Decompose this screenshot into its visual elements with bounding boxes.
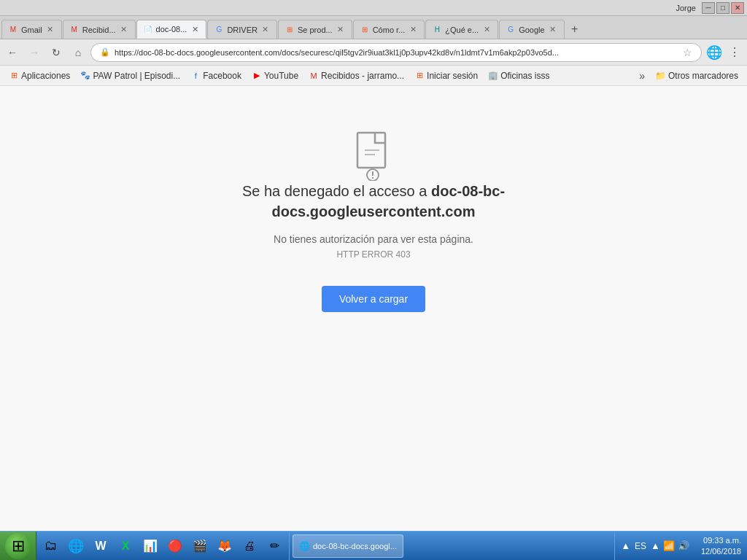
bookmark-aplicaciones[interactable]: ⊞ Aplicaciones [4,69,74,82]
tab-driver[interactable]: G DRIVER ✕ [207,20,277,39]
print-button[interactable]: 🖨 [238,534,261,558]
navigation-bar: ← → ↻ ⌂ 🔒 https://doc-08-bc-docs.googleu… [0,39,747,66]
content-area: Se ha denegado el acceso a doc-08-bc-doc… [0,86,747,531]
tab-como[interactable]: ⊞ Cómo r... ✕ [353,20,425,39]
taskbar-active-item[interactable]: 🌐 doc-08-bc-docs.googl... [293,534,403,558]
new-tab-button[interactable]: + [565,20,585,39]
taskbar: ⊞ 🗂 🌐 W X 📊 🔴 🎬 🦊 🖨 ✏ 🌐 doc-08-bc-docs.g… [0,531,747,560]
show-desktop-button[interactable]: 🗂 [39,534,63,558]
bookmark-favicon: M [309,71,319,81]
minimize-button[interactable]: ─ [702,2,715,14]
forward-button[interactable]: → [25,43,44,62]
maximize-button[interactable]: □ [716,2,729,14]
bookmark-youtube[interactable]: ▶ YouTube [247,69,303,82]
username-label: Jorge [676,4,696,12]
sketchup-button[interactable]: ✏ [263,534,286,558]
tab-label: DRIVER [227,26,258,34]
tab-google[interactable]: G Google ✕ [499,20,564,39]
bookmark-favicon: ▶ [252,71,262,81]
bookmark-favicon: ⊞ [9,71,19,81]
tab-recibidos[interactable]: M Recibid... ✕ [63,20,136,39]
menu-button[interactable]: ⋮ [725,43,744,62]
error-title: Se ha denegado el acceso a doc-08-bc-doc… [191,181,556,222]
error-code: HTTP ERROR 403 [336,249,410,260]
address-bar[interactable]: 🔒 https://doc-08-bc-docs.googleuserconte… [90,43,702,62]
tab-close-button[interactable]: ✕ [119,25,129,35]
bookmark-favicon: 🏢 [488,71,498,81]
tab-close-button[interactable]: ✕ [548,25,558,35]
tab-favicon: ⊞ [360,25,370,35]
tab-close-button[interactable]: ✕ [336,25,346,35]
tab-favicon: G [214,25,224,35]
signal-icon: ▲ [651,540,660,551]
tab-favicon: M [8,25,18,35]
tab-label: Se prod... [298,26,333,34]
tab-doc08[interactable]: 📄 doc-08... ✕ [136,20,207,39]
language-indicator[interactable]: ES [635,541,646,551]
system-clock[interactable]: 09:33 a.m. 12/06/2018 [695,535,747,556]
quick-launch: 🗂 🌐 W X 📊 🔴 🎬 🦊 🖨 ✏ [36,532,290,561]
tab-label: ¿Qué e... [445,26,479,34]
tab-close-button[interactable]: ✕ [190,24,200,34]
tab-close-button[interactable]: ✕ [408,25,418,35]
reload-page-button[interactable]: Volver a cargar [322,286,425,312]
tab-label: Recibid... [82,26,116,34]
bookmark-recibidos[interactable]: M Recibidos - jarramo... [304,69,409,82]
acad-button[interactable]: 🔴 [163,534,187,558]
tab-seprod[interactable]: ⊞ Se prod... ✕ [278,20,352,39]
tab-label: Gmail [21,26,42,34]
clock-date: 12/06/2018 [701,546,741,556]
tab-label: doc-08... [156,25,187,34]
start-orb: ⊞ [5,533,31,559]
tab-favicon: ⊞ [285,25,295,35]
start-button[interactable]: ⊞ [0,532,36,561]
bookmark-oficinas[interactable]: 🏢 Oficinas isss [484,69,554,82]
tab-close-button[interactable]: ✕ [481,25,492,35]
volume-icon[interactable]: 🔊 [678,540,689,551]
ie-button[interactable]: 🌐 [64,534,88,558]
error-icon [352,130,395,181]
taskbar-items: 🌐 doc-08-bc-docs.googl... [290,534,614,558]
other-bookmarks[interactable]: 📁 Otros marcadores [651,69,743,82]
bookmarks-more-button[interactable]: » [636,69,648,83]
bookmarks-bar: ⊞ Aplicaciones 🐾 PAW Patrol | Episodi...… [0,66,747,86]
tab-gmail[interactable]: M Gmail ✕ [1,20,62,39]
bookmark-label: Recibidos - jarramo... [321,71,404,81]
video-button[interactable]: 🎬 [188,534,212,558]
tab-close-button[interactable]: ✕ [260,25,271,35]
close-button[interactable]: ✕ [731,2,744,14]
home-button[interactable]: ⌂ [69,43,88,62]
tab-favicon: H [432,25,442,35]
folder-icon: 📁 [655,71,666,81]
firefox-button[interactable]: 🦊 [213,534,236,558]
bookmark-facebook[interactable]: f Facebook [186,69,246,82]
excel-button[interactable]: X [114,534,137,558]
back-button[interactable]: ← [3,43,22,62]
taskbar-active-item-label: doc-08-bc-docs.googl... [313,542,397,551]
url-text: https://doc-08-bc-docs.googleusercontent… [115,48,678,57]
bookmark-paw-patrol[interactable]: 🐾 PAW Patrol | Episodi... [76,69,185,82]
word-button[interactable]: W [89,534,112,558]
bookmark-star-icon[interactable]: ☆ [683,47,692,58]
bookmark-label: Oficinas isss [500,71,549,81]
tray-arrow-icon[interactable]: ▲ [621,540,630,551]
bookmark-favicon: ⊞ [414,71,425,81]
bookmark-label: Facebook [203,71,241,81]
extension-icon[interactable]: 🌐 [705,43,724,62]
window-controls: ─ □ ✕ [702,2,744,14]
other-bookmarks-label: Otros marcadores [668,71,738,81]
tab-label: Cómo r... [373,26,406,34]
tab-close-button[interactable]: ✕ [45,25,55,35]
lock-icon: 🔒 [100,47,110,57]
monitor-button[interactable]: 📊 [139,534,162,558]
bookmark-label: Iniciar sesión [427,71,478,81]
bookmark-favicon: f [190,71,201,81]
tab-favicon: G [506,25,516,35]
extensions-area: 🌐 ⋮ [705,43,744,62]
bookmark-label: YouTube [264,71,298,81]
tab-quees[interactable]: H ¿Qué e... ✕ [425,20,498,39]
clock-time: 09:33 a.m. [703,535,741,545]
error-title-plain: Se ha denegado el acceso a [242,183,431,199]
reload-button[interactable]: ↻ [47,43,66,62]
bookmark-iniciar-sesion[interactable]: ⊞ Iniciar sesión [410,69,482,82]
